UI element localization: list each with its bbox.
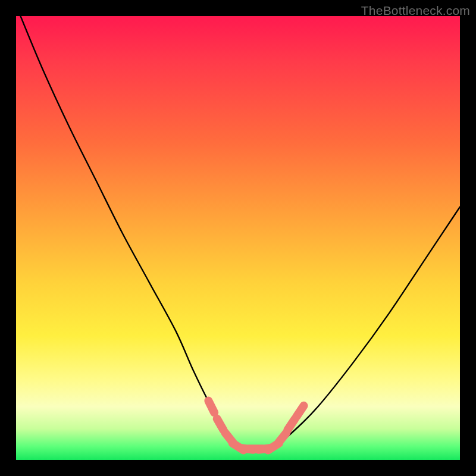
chart-frame: TheBottleneck.com <box>0 0 476 476</box>
watermark-text: TheBottleneck.com <box>361 4 470 18</box>
curve-layer <box>16 16 460 460</box>
bead <box>296 406 303 416</box>
highlight-beads <box>208 401 303 450</box>
bead <box>278 433 287 443</box>
plot-area <box>16 16 460 460</box>
bead <box>217 419 224 430</box>
bead <box>208 401 214 413</box>
bottleneck-curve <box>20 16 460 452</box>
bead <box>287 419 295 430</box>
